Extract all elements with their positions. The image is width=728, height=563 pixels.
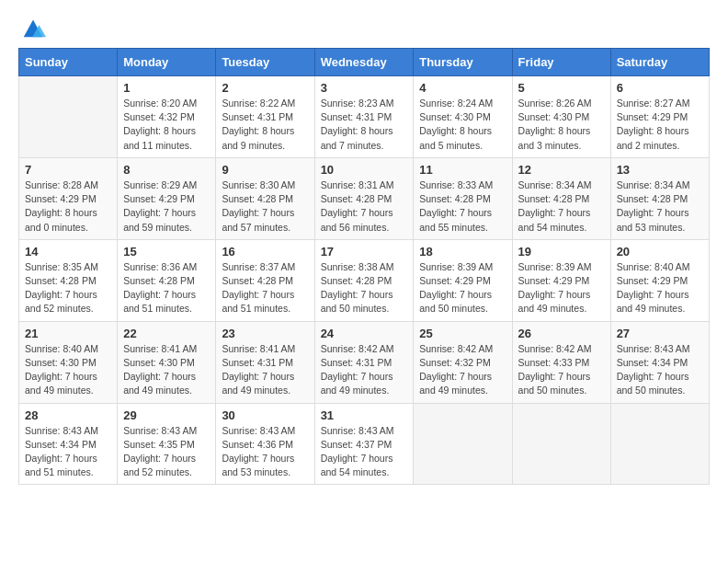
- day-number: 5: [518, 81, 605, 95]
- day-number: 28: [25, 408, 111, 422]
- day-cell: 6Sunrise: 8:27 AMSunset: 4:29 PMDaylight…: [610, 76, 709, 158]
- day-info: Sunrise: 8:41 AMSunset: 4:30 PMDaylight:…: [123, 342, 210, 398]
- day-cell: 3Sunrise: 8:23 AMSunset: 4:31 PMDaylight…: [314, 76, 414, 158]
- day-info: Sunrise: 8:37 AMSunset: 4:28 PMDaylight:…: [222, 260, 308, 316]
- day-cell: 27Sunrise: 8:43 AMSunset: 4:34 PMDayligh…: [610, 321, 709, 403]
- day-number: 1: [123, 81, 210, 95]
- day-number: 14: [25, 245, 111, 259]
- day-info: Sunrise: 8:38 AMSunset: 4:28 PMDaylight:…: [321, 260, 408, 316]
- day-info: Sunrise: 8:43 AMSunset: 4:34 PMDaylight:…: [25, 424, 111, 480]
- day-cell: 14Sunrise: 8:35 AMSunset: 4:28 PMDayligh…: [19, 239, 118, 321]
- day-info: Sunrise: 8:33 AMSunset: 4:28 PMDaylight:…: [419, 178, 506, 235]
- day-cell: 13Sunrise: 8:34 AMSunset: 4:28 PMDayligh…: [610, 157, 709, 239]
- day-cell: 17Sunrise: 8:38 AMSunset: 4:28 PMDayligh…: [314, 239, 414, 321]
- weekday-header-saturday: Saturday: [610, 49, 709, 76]
- day-number: 4: [419, 81, 506, 95]
- day-number: 18: [419, 245, 506, 259]
- day-info: Sunrise: 8:43 AMSunset: 4:35 PMDaylight:…: [123, 424, 210, 480]
- day-info: Sunrise: 8:22 AMSunset: 4:31 PMDaylight:…: [222, 97, 308, 153]
- week-row-4: 21Sunrise: 8:40 AMSunset: 4:30 PMDayligh…: [19, 321, 710, 403]
- day-number: 22: [123, 327, 210, 340]
- day-cell: 29Sunrise: 8:43 AMSunset: 4:35 PMDayligh…: [118, 403, 216, 485]
- day-info: Sunrise: 8:43 AMSunset: 4:34 PMDaylight:…: [617, 342, 703, 398]
- day-number: 7: [25, 163, 111, 177]
- day-cell: 28Sunrise: 8:43 AMSunset: 4:34 PMDayligh…: [19, 403, 118, 485]
- day-number: 2: [222, 81, 308, 95]
- day-cell: 9Sunrise: 8:30 AMSunset: 4:28 PMDaylight…: [216, 157, 314, 239]
- day-cell: [19, 76, 118, 158]
- day-cell: 22Sunrise: 8:41 AMSunset: 4:30 PMDayligh…: [118, 321, 216, 403]
- day-info: Sunrise: 8:27 AMSunset: 4:29 PMDaylight:…: [617, 97, 703, 153]
- day-cell: 5Sunrise: 8:26 AMSunset: 4:30 PMDaylight…: [512, 76, 610, 158]
- logo: [18, 18, 46, 40]
- day-number: 11: [419, 163, 506, 177]
- day-info: Sunrise: 8:43 AMSunset: 4:37 PMDaylight:…: [321, 424, 408, 480]
- day-cell: 24Sunrise: 8:42 AMSunset: 4:31 PMDayligh…: [314, 321, 414, 403]
- day-cell: 26Sunrise: 8:42 AMSunset: 4:33 PMDayligh…: [512, 321, 610, 403]
- day-info: Sunrise: 8:36 AMSunset: 4:28 PMDaylight:…: [123, 260, 210, 316]
- week-row-3: 14Sunrise: 8:35 AMSunset: 4:28 PMDayligh…: [19, 239, 710, 321]
- day-cell: 1Sunrise: 8:20 AMSunset: 4:32 PMDaylight…: [118, 76, 216, 158]
- weekday-header-monday: Monday: [118, 49, 216, 76]
- day-cell: 16Sunrise: 8:37 AMSunset: 4:28 PMDayligh…: [216, 239, 314, 321]
- day-info: Sunrise: 8:29 AMSunset: 4:29 PMDaylight:…: [123, 178, 210, 235]
- day-number: 27: [617, 327, 703, 340]
- day-info: Sunrise: 8:23 AMSunset: 4:31 PMDaylight:…: [321, 97, 408, 153]
- day-number: 31: [321, 408, 408, 422]
- day-number: 15: [123, 245, 210, 259]
- day-number: 6: [617, 81, 703, 95]
- calendar-table: SundayMondayTuesdayWednesdayThursdayFrid…: [18, 48, 710, 485]
- day-info: Sunrise: 8:26 AMSunset: 4:30 PMDaylight:…: [518, 97, 605, 153]
- day-cell: 7Sunrise: 8:28 AMSunset: 4:29 PMDaylight…: [19, 157, 118, 239]
- day-cell: 10Sunrise: 8:31 AMSunset: 4:28 PMDayligh…: [314, 157, 414, 239]
- day-cell: 30Sunrise: 8:43 AMSunset: 4:36 PMDayligh…: [216, 403, 314, 485]
- day-cell: 8Sunrise: 8:29 AMSunset: 4:29 PMDaylight…: [118, 157, 216, 239]
- day-info: Sunrise: 8:40 AMSunset: 4:29 PMDaylight:…: [617, 260, 703, 316]
- day-info: Sunrise: 8:30 AMSunset: 4:28 PMDaylight:…: [222, 178, 308, 235]
- day-info: Sunrise: 8:28 AMSunset: 4:29 PMDaylight:…: [25, 178, 111, 235]
- day-number: 12: [518, 163, 605, 177]
- header: [18, 18, 710, 40]
- logo-icon: [20, 15, 46, 40]
- day-cell: 15Sunrise: 8:36 AMSunset: 4:28 PMDayligh…: [118, 239, 216, 321]
- day-info: Sunrise: 8:34 AMSunset: 4:28 PMDaylight:…: [617, 178, 703, 235]
- day-number: 9: [222, 163, 308, 177]
- day-number: 19: [518, 245, 605, 259]
- day-number: 13: [617, 163, 703, 177]
- day-info: Sunrise: 8:24 AMSunset: 4:30 PMDaylight:…: [419, 97, 506, 153]
- day-number: 16: [222, 245, 308, 259]
- day-number: 17: [321, 245, 408, 259]
- day-cell: 4Sunrise: 8:24 AMSunset: 4:30 PMDaylight…: [414, 76, 512, 158]
- day-info: Sunrise: 8:35 AMSunset: 4:28 PMDaylight:…: [25, 260, 111, 316]
- day-cell: [610, 403, 709, 485]
- day-cell: 20Sunrise: 8:40 AMSunset: 4:29 PMDayligh…: [610, 239, 709, 321]
- day-info: Sunrise: 8:42 AMSunset: 4:33 PMDaylight:…: [518, 342, 605, 398]
- day-info: Sunrise: 8:40 AMSunset: 4:30 PMDaylight:…: [25, 342, 111, 398]
- day-number: 3: [321, 81, 408, 95]
- weekday-header-thursday: Thursday: [414, 49, 512, 76]
- day-number: 24: [321, 327, 408, 340]
- day-number: 21: [25, 327, 111, 340]
- day-number: 20: [617, 245, 703, 259]
- week-row-1: 1Sunrise: 8:20 AMSunset: 4:32 PMDaylight…: [19, 76, 710, 158]
- day-cell: [414, 403, 512, 485]
- weekday-header-sunday: Sunday: [19, 49, 118, 76]
- day-cell: 19Sunrise: 8:39 AMSunset: 4:29 PMDayligh…: [512, 239, 610, 321]
- day-cell: 25Sunrise: 8:42 AMSunset: 4:32 PMDayligh…: [414, 321, 512, 403]
- day-cell: 31Sunrise: 8:43 AMSunset: 4:37 PMDayligh…: [314, 403, 414, 485]
- weekday-header-friday: Friday: [512, 49, 610, 76]
- day-info: Sunrise: 8:42 AMSunset: 4:31 PMDaylight:…: [321, 342, 408, 398]
- day-cell: 2Sunrise: 8:22 AMSunset: 4:31 PMDaylight…: [216, 76, 314, 158]
- day-cell: 12Sunrise: 8:34 AMSunset: 4:28 PMDayligh…: [512, 157, 610, 239]
- day-info: Sunrise: 8:42 AMSunset: 4:32 PMDaylight:…: [419, 342, 506, 398]
- day-info: Sunrise: 8:34 AMSunset: 4:28 PMDaylight:…: [518, 178, 605, 235]
- day-number: 8: [123, 163, 210, 177]
- day-cell: 11Sunrise: 8:33 AMSunset: 4:28 PMDayligh…: [414, 157, 512, 239]
- weekday-header-row: SundayMondayTuesdayWednesdayThursdayFrid…: [19, 49, 710, 76]
- day-info: Sunrise: 8:31 AMSunset: 4:28 PMDaylight:…: [321, 178, 408, 235]
- day-info: Sunrise: 8:39 AMSunset: 4:29 PMDaylight:…: [419, 260, 506, 316]
- weekday-header-tuesday: Tuesday: [216, 49, 314, 76]
- day-number: 30: [222, 408, 308, 422]
- day-cell: 23Sunrise: 8:41 AMSunset: 4:31 PMDayligh…: [216, 321, 314, 403]
- day-info: Sunrise: 8:39 AMSunset: 4:29 PMDaylight:…: [518, 260, 605, 316]
